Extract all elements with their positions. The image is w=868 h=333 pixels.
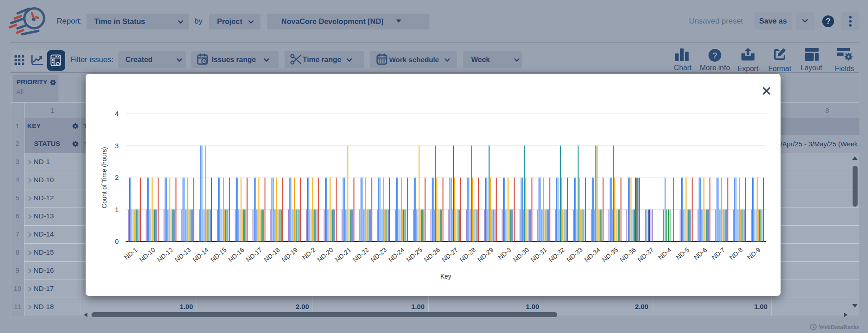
svg-text:ND-21: ND-21 [333,246,352,263]
svg-text:ND-36: ND-36 [618,246,637,263]
svg-text:ND-3: ND-3 [497,246,512,261]
svg-text:ND-32: ND-32 [547,246,566,263]
svg-text:ND-19: ND-19 [280,246,299,263]
svg-text:ND-14: ND-14 [191,246,210,263]
svg-text:ND-18: ND-18 [262,246,281,263]
svg-text:ND-26: ND-26 [423,246,441,263]
svg-text:2: 2 [115,174,119,181]
svg-text:ND-34: ND-34 [583,246,601,263]
svg-text:Key: Key [440,273,451,280]
svg-text:ND-2: ND-2 [301,246,317,261]
svg-text:ND-20: ND-20 [316,246,334,263]
svg-text:1: 1 [115,206,119,213]
svg-text:4: 4 [115,110,119,117]
svg-text:ND-6: ND-6 [692,246,708,261]
svg-text:ND-8: ND-8 [728,246,744,261]
svg-text:ND-35: ND-35 [600,246,619,263]
svg-text:ND-1: ND-1 [123,246,139,261]
svg-text:ND-30: ND-30 [511,246,530,263]
svg-text:ND-23: ND-23 [369,246,388,263]
svg-text:ND-33: ND-33 [565,246,583,263]
svg-text:ND-10: ND-10 [138,246,156,263]
svg-text:ND-16: ND-16 [227,246,245,263]
svg-text:ND-29: ND-29 [476,246,494,263]
svg-text:ND-4: ND-4 [656,246,672,261]
svg-text:ND-15: ND-15 [209,246,227,263]
svg-text:3: 3 [115,142,119,150]
svg-text:ND-17: ND-17 [245,246,263,263]
svg-text:ND-9: ND-9 [746,246,762,261]
svg-text:ND-7: ND-7 [710,246,726,261]
svg-text:ND-5: ND-5 [675,246,690,261]
svg-text:ND-12: ND-12 [155,246,174,263]
svg-text:Count of Time (hours): Count of Time (hours) [101,147,108,208]
svg-text:ND-37: ND-37 [636,246,655,263]
svg-text:?: ? [826,17,831,26]
svg-text:ND-22: ND-22 [351,246,370,263]
svg-text:ND-28: ND-28 [458,246,477,263]
svg-text:ND-13: ND-13 [174,246,192,263]
svg-text:?: ? [712,51,718,60]
svg-text:ND-25: ND-25 [405,246,423,263]
svg-text:ND-27: ND-27 [440,246,459,263]
svg-text:ND-31: ND-31 [529,246,548,263]
svg-text:0: 0 [115,237,119,245]
svg-text:ND-24: ND-24 [387,246,405,263]
